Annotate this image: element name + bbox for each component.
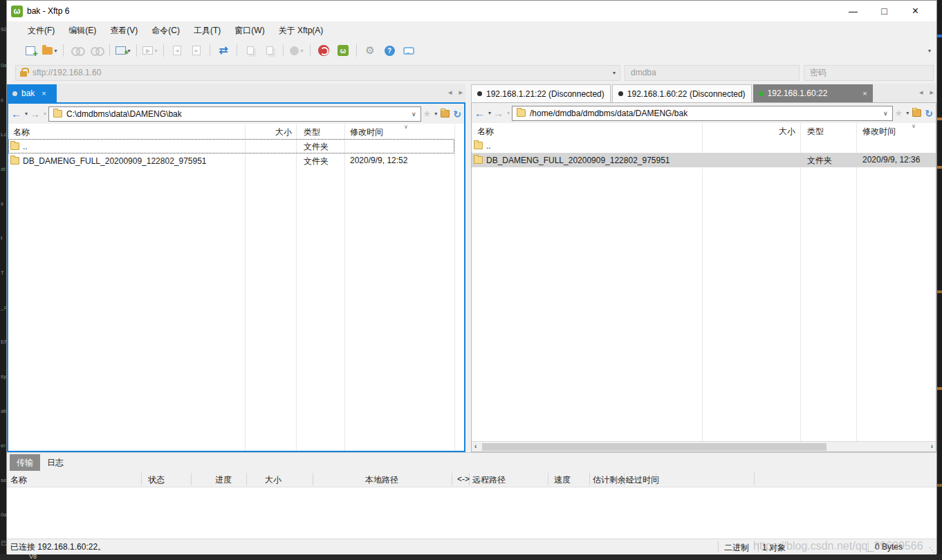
back-history-chevron[interactable] — [25, 111, 28, 117]
column-header-type[interactable]: 类型 — [807, 126, 824, 138]
session-properties-button[interactable] — [115, 42, 131, 59]
menu-about[interactable]: 关于 Xftp(A) — [272, 22, 331, 39]
back-history-chevron[interactable] — [488, 110, 491, 116]
column-header-name[interactable]: 名称 — [477, 126, 494, 138]
tab-transfer[interactable]: 传输 — [10, 454, 40, 471]
tab-label: 192.168.1.60:22 (Disconnected) — [627, 89, 746, 99]
toolbar-overflow-chevron[interactable] — [928, 48, 931, 54]
column-header-elapsed[interactable]: 经过时间 — [626, 474, 659, 486]
menu-tools[interactable]: 工具(T) — [187, 22, 228, 39]
column-header-direction[interactable]: <-> — [457, 474, 470, 484]
transfer-button[interactable] — [215, 42, 232, 59]
transfer-mode[interactable]: 二进制 — [724, 542, 749, 554]
scroll-left-icon[interactable] — [474, 442, 477, 450]
open-folder-icon — [42, 47, 53, 55]
column-header-remote-path[interactable]: 远程路径 — [472, 474, 506, 486]
column-header-modified[interactable]: 修改时间 — [350, 127, 383, 138]
favorites-chevron[interactable] — [434, 111, 437, 117]
disconnect-all-button — [88, 42, 104, 59]
refresh-icon[interactable] — [453, 109, 461, 120]
tab-close-icon[interactable]: × — [41, 89, 46, 97]
feedback-button[interactable] — [400, 42, 417, 59]
help-button[interactable]: ? — [381, 42, 398, 59]
favorites-chevron[interactable] — [906, 110, 909, 116]
horizontal-scrollbar[interactable] — [472, 441, 936, 451]
address-history-chevron[interactable] — [613, 70, 616, 76]
forward-arrow-icon[interactable] — [493, 107, 504, 119]
file-row-parent[interactable]: .. — [472, 138, 936, 153]
xshell-button[interactable] — [315, 42, 332, 59]
resize-grip-icon[interactable] — [929, 546, 935, 554]
menu-view[interactable]: 查看(V) — [103, 22, 145, 39]
remote-pane-body: /home/dmdba/dmdbms/data/DAMENG/bak — [471, 102, 936, 452]
open-folder-button[interactable] — [41, 42, 58, 59]
pane-splitter[interactable] — [465, 84, 471, 452]
column-header-speed[interactable]: 速度 — [554, 474, 571, 486]
back-arrow-icon[interactable] — [474, 107, 485, 119]
file-row-selected[interactable]: DB_DAMENG_FULL_20200909_122802_975951 文件… — [472, 153, 936, 167]
column-header-local-path[interactable]: 本地路径 — [365, 474, 398, 486]
xftp-button[interactable]: ω — [335, 42, 351, 59]
favorites-star-icon[interactable] — [895, 108, 903, 118]
local-tabbar: bak × — [7, 84, 465, 102]
tab-close-icon[interactable]: × — [862, 89, 867, 97]
local-path-input[interactable]: C:\dmdbms\data\DAMENG\bak — [48, 106, 421, 122]
password-input[interactable]: 密码 — [804, 65, 934, 81]
tab-scroll-right-icon[interactable] — [930, 88, 934, 97]
minimize-button[interactable] — [838, 1, 869, 21]
scrollbar-thumb[interactable] — [482, 443, 826, 451]
column-header-modified[interactable]: 修改时间 — [862, 126, 896, 138]
favorites-star-icon[interactable] — [423, 109, 432, 119]
toolbar-separator — [237, 44, 237, 57]
column-divider[interactable] — [454, 124, 455, 451]
chevron-down-icon[interactable] — [54, 48, 57, 54]
menu-edit[interactable]: 编辑(E) — [62, 22, 103, 39]
column-divider[interactable] — [344, 124, 345, 451]
column-divider[interactable] — [800, 123, 801, 441]
toolbar-separator — [310, 44, 311, 57]
forward-arrow-icon[interactable] — [30, 108, 40, 120]
disconnect-all-icon — [91, 47, 102, 54]
back-arrow-icon[interactable] — [11, 108, 21, 120]
options-button[interactable] — [362, 42, 378, 59]
column-divider[interactable] — [245, 124, 246, 451]
remote-tab-3-active[interactable]: 192.168.1.60:22 × — [753, 84, 873, 102]
tab-scroll-left-icon[interactable] — [919, 88, 923, 97]
titlebar: ω bak - Xftp 6 — [7, 1, 936, 21]
refresh-icon[interactable] — [925, 108, 933, 119]
column-divider[interactable] — [296, 124, 297, 451]
username-input[interactable]: dmdba — [625, 65, 800, 81]
remote-tab-1[interactable]: 192.168.1.21:22 (Disconnected) — [471, 84, 611, 102]
scroll-right-icon[interactable] — [931, 442, 933, 450]
column-header-name[interactable]: 名称 — [10, 474, 27, 486]
column-header-type[interactable]: 类型 — [304, 127, 320, 138]
file-row[interactable]: DB_DAMENG_FULL_20200909_122802_975951 文件… — [8, 153, 464, 168]
tab-scroll-right-icon[interactable] — [459, 88, 463, 97]
path-dropdown-chevron[interactable] — [883, 110, 888, 117]
column-header-status[interactable]: 状态 — [148, 474, 165, 486]
maximize-button[interactable] — [869, 1, 900, 21]
home-folder-icon[interactable] — [441, 110, 450, 118]
column-header-size[interactable]: 大小 — [702, 126, 795, 138]
menu-window[interactable]: 窗口(W) — [228, 22, 271, 39]
home-folder-icon[interactable] — [912, 109, 921, 117]
column-header-progress[interactable]: 进度 — [215, 474, 232, 486]
path-dropdown-chevron[interactable] — [412, 111, 416, 118]
tab-log[interactable]: 日志 — [40, 454, 71, 471]
close-button[interactable] — [900, 1, 931, 21]
local-tab-bak[interactable]: bak × — [7, 84, 57, 102]
tab-scroll-left-icon[interactable] — [448, 88, 452, 97]
menu-command[interactable]: 命令(C) — [145, 22, 187, 39]
column-divider[interactable] — [702, 123, 703, 441]
remote-path-input[interactable]: /home/dmdba/dmdbms/data/DAMENG/bak — [512, 106, 893, 121]
file-row-parent[interactable]: .. 文件夹 — [8, 139, 454, 153]
new-session-button[interactable] — [22, 42, 39, 59]
transfer-list-content[interactable] — [7, 487, 936, 539]
menu-file[interactable]: 文件(F) — [21, 22, 62, 39]
column-header-size[interactable]: 大小 — [265, 474, 281, 486]
address-input[interactable]: sftp://192.168.1.60 — [15, 65, 620, 81]
remote-tab-2[interactable]: 192.168.1.60:22 (Disconnected) — [612, 84, 752, 102]
column-divider[interactable] — [856, 123, 857, 441]
column-header-size[interactable]: 大小 — [245, 127, 292, 138]
column-header-name[interactable]: 名称 — [13, 127, 30, 138]
